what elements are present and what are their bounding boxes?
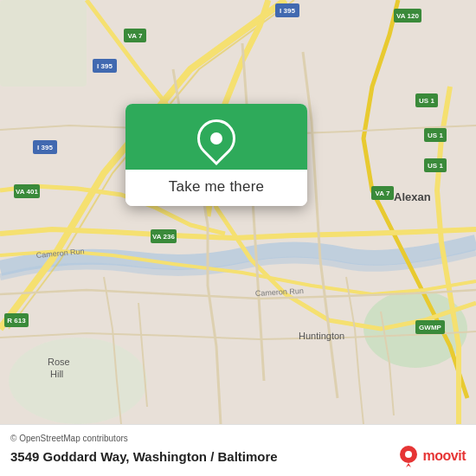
- svg-point-3: [9, 338, 147, 424]
- svg-point-37: [405, 451, 412, 458]
- attribution-text: © OpenStreetMap contributors: [10, 434, 466, 443]
- svg-text:Huntington: Huntington: [299, 331, 344, 341]
- location-popup: Take me there: [125, 104, 307, 206]
- address-row: 3549 Goddard Way, Washington / Baltimore…: [10, 445, 466, 467]
- location-pin-icon: [190, 112, 243, 165]
- popup-header: [125, 104, 307, 170]
- svg-rect-2: [0, 0, 87, 87]
- moovit-icon: [397, 445, 420, 467]
- bottom-bar: © OpenStreetMap contributors 3549 Goddar…: [0, 424, 476, 476]
- take-me-there-button[interactable]: Take me there: [169, 178, 264, 196]
- svg-text:Hill: Hill: [50, 369, 63, 379]
- svg-text:I 395: I 395: [280, 7, 295, 15]
- svg-text:VA 7: VA 7: [376, 190, 390, 197]
- svg-text:Rose: Rose: [48, 357, 70, 367]
- moovit-label: moovit: [423, 448, 466, 464]
- svg-text:VA 7: VA 7: [128, 32, 143, 40]
- svg-text:I 395: I 395: [97, 62, 113, 70]
- map-container: I 395 I 395 I 395 VA 120 VA 7 VA 7 US 1 …: [0, 0, 476, 424]
- svg-text:US 1: US 1: [428, 132, 443, 139]
- address-label: 3549 Goddard Way, Washington / Baltimore: [10, 449, 278, 464]
- popup-button-area: Take me there: [125, 170, 307, 206]
- svg-text:VA 236: VA 236: [152, 233, 175, 241]
- svg-text:Alexan: Alexan: [394, 190, 431, 203]
- svg-text:R 613: R 613: [7, 317, 26, 325]
- svg-text:US 1: US 1: [419, 97, 434, 105]
- svg-text:VA 401: VA 401: [16, 188, 38, 196]
- svg-text:I 395: I 395: [37, 144, 53, 151]
- svg-text:VA 120: VA 120: [396, 12, 419, 20]
- svg-text:GWMP: GWMP: [419, 324, 441, 331]
- moovit-logo: moovit: [397, 445, 466, 467]
- svg-text:US 1: US 1: [428, 162, 443, 170]
